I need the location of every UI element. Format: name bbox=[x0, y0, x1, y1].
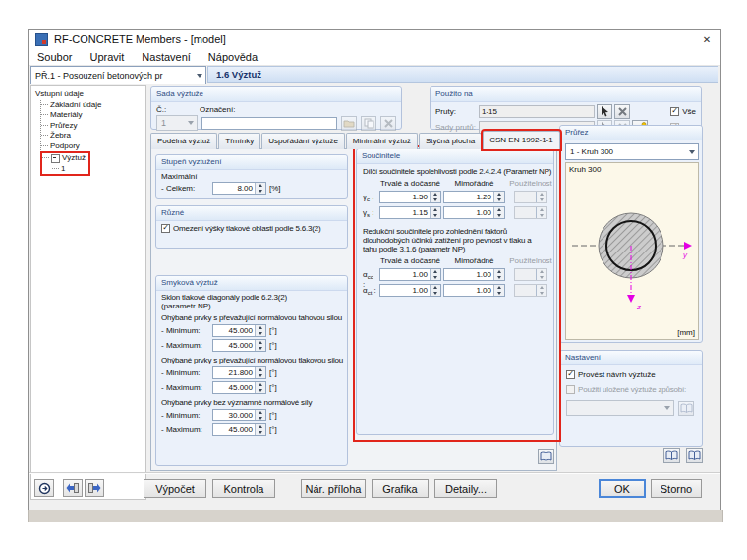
max-tension-input[interactable]: 45.000 bbox=[212, 339, 266, 352]
delete-set-button[interactable] bbox=[380, 116, 396, 131]
tree-root-vstupni-udaje[interactable]: Vstupní údaje bbox=[35, 89, 145, 100]
spin-down-icon[interactable] bbox=[494, 275, 504, 281]
cross-section-drawing: y z bbox=[566, 163, 696, 337]
all-members-label: Vše bbox=[682, 107, 696, 116]
spin-down-icon[interactable] bbox=[256, 388, 265, 394]
design-case-select[interactable]: PŘ.1 - Posouzení betonových pr bbox=[30, 66, 206, 84]
spin-down-icon[interactable] bbox=[256, 331, 265, 337]
group-title: Stupeň vyztužení bbox=[156, 155, 347, 170]
details-button[interactable]: Detaily... bbox=[434, 479, 497, 498]
tree-item-podpory[interactable]: Podpory bbox=[41, 141, 145, 152]
alpha-ct-accidental-input[interactable]: 1.00 bbox=[443, 284, 505, 297]
spinner[interactable] bbox=[255, 424, 265, 435]
spinner[interactable] bbox=[255, 410, 265, 420]
help-button[interactable] bbox=[34, 479, 54, 497]
spinner[interactable] bbox=[430, 269, 440, 280]
national-annex-settings-button[interactable] bbox=[538, 449, 554, 464]
close-icon[interactable] bbox=[693, 30, 720, 48]
national-annex-button[interactable] bbox=[686, 448, 703, 463]
spin-down-icon[interactable] bbox=[431, 275, 440, 281]
menu-nastaveni[interactable]: Nastavení bbox=[133, 48, 200, 65]
max-no-axial-input[interactable]: 45.000 bbox=[212, 423, 266, 436]
graphics-button[interactable]: Grafika bbox=[372, 479, 429, 498]
col-accidental: Mimořádné bbox=[443, 179, 505, 188]
spinner[interactable] bbox=[493, 285, 504, 296]
spinner[interactable] bbox=[493, 192, 504, 202]
spin-down-icon[interactable] bbox=[494, 213, 504, 219]
alpha-cc-accidental-input[interactable]: 1.00 bbox=[443, 268, 505, 281]
cancel-button[interactable]: Storno bbox=[651, 479, 702, 498]
spin-down-icon[interactable] bbox=[494, 291, 504, 297]
spinner[interactable] bbox=[255, 340, 265, 351]
spinner[interactable] bbox=[255, 325, 265, 336]
menu-napoveda[interactable]: Nápověda bbox=[200, 48, 266, 65]
clear-members-button[interactable] bbox=[614, 104, 630, 119]
tree-item-vyztuz[interactable]: Výztuž bbox=[42, 153, 86, 164]
all-members-toggle[interactable]: Vše bbox=[670, 107, 696, 116]
check-button[interactable]: Kontrola bbox=[212, 479, 275, 498]
tree-item-zakladni-udaje[interactable]: Základní údaje bbox=[41, 100, 145, 111]
design-reinforcement-toggle[interactable]: Provést návrh výztuže bbox=[566, 368, 696, 381]
spin-down-icon[interactable] bbox=[256, 430, 265, 436]
spinner[interactable] bbox=[255, 183, 265, 194]
tab-podelna-vyztuz[interactable]: Podélná výztuž bbox=[150, 133, 217, 149]
min-no-axial-input[interactable]: 30.000 bbox=[212, 409, 266, 421]
spinner[interactable] bbox=[430, 207, 440, 218]
alpha-ct-permanent-input[interactable]: 1.00 bbox=[379, 284, 441, 297]
group-smykova-vyztuz: Smyková výztuž Sklon tlakové diagonály p… bbox=[155, 275, 348, 466]
spin-down-icon[interactable] bbox=[494, 197, 504, 203]
spinner[interactable] bbox=[255, 367, 265, 378]
folder-icon bbox=[343, 118, 355, 128]
spinner[interactable] bbox=[430, 192, 440, 202]
spin-down-icon[interactable] bbox=[431, 197, 440, 203]
tab-csn-en-1992-1-1[interactable]: CSN EN 1992-1-1 bbox=[483, 131, 559, 149]
pick-members-button[interactable] bbox=[597, 104, 612, 119]
total-reinforcement-input[interactable]: 8.00 bbox=[212, 182, 266, 195]
tree-item-prurezy[interactable]: Průřezy bbox=[41, 121, 145, 132]
members-input[interactable]: 1-15 bbox=[479, 105, 595, 118]
spin-down-icon[interactable] bbox=[431, 291, 440, 297]
gamma-s-permanent-input[interactable]: 1.15 bbox=[379, 206, 441, 219]
tree-item-zebra[interactable]: Žebra bbox=[41, 131, 145, 141]
new-set-button[interactable] bbox=[341, 116, 357, 131]
ok-button[interactable]: OK bbox=[599, 479, 646, 498]
tab-stycna-plocha[interactable]: Styčná plocha bbox=[419, 133, 482, 149]
menu-upravit[interactable]: Upravit bbox=[81, 48, 133, 65]
tree-item-vyztuz-1[interactable]: 1 bbox=[52, 164, 86, 175]
min-compression-input[interactable]: 21.800 bbox=[212, 366, 266, 379]
next-window-button[interactable] bbox=[85, 479, 104, 497]
units-settings-button[interactable] bbox=[663, 448, 680, 463]
limit-compression-checkbox[interactable] bbox=[161, 224, 170, 233]
design-reinforcement-checkbox[interactable] bbox=[566, 370, 575, 379]
min-tension-input[interactable]: 45.000 bbox=[212, 324, 266, 337]
tab-usporadani-vyztuze[interactable]: Uspořádání výztuže bbox=[261, 133, 345, 149]
national-annex-footer-button[interactable]: Nár. příloha bbox=[301, 479, 366, 498]
spinner[interactable] bbox=[430, 285, 440, 296]
spin-down-icon[interactable] bbox=[431, 213, 440, 219]
cross-section-select[interactable]: 1 - Kruh 300 bbox=[565, 143, 699, 160]
menu-soubor[interactable]: Soubor bbox=[29, 48, 81, 65]
designation-input[interactable] bbox=[201, 117, 337, 130]
spin-down-icon[interactable] bbox=[256, 416, 265, 421]
spin-down-icon[interactable] bbox=[256, 189, 265, 195]
gamma-c-permanent-input[interactable]: 1.50 bbox=[379, 191, 441, 203]
gamma-s-accidental-input[interactable]: 1.00 bbox=[443, 206, 505, 219]
tab-minimalni-vyztuz[interactable]: Minimální výztuž bbox=[346, 133, 418, 149]
all-members-checkbox[interactable] bbox=[670, 107, 679, 116]
tree-item-materialy[interactable]: Materiály bbox=[41, 110, 145, 121]
collapse-icon[interactable] bbox=[51, 154, 60, 163]
tab-trminky[interactable]: Třmínky bbox=[218, 133, 260, 149]
spinner[interactable] bbox=[255, 382, 265, 393]
previous-window-button[interactable] bbox=[63, 479, 83, 497]
partial-factors-note: Dílčí součinitele spolehlivosti podle 2.… bbox=[363, 167, 547, 176]
calculate-button[interactable]: Výpočet bbox=[144, 479, 206, 498]
spin-down-icon[interactable] bbox=[256, 346, 265, 352]
spinner[interactable] bbox=[493, 207, 504, 218]
group-stupen-vyztuzeni: Stupeň vyztužení Maximální - Celkem: 8.0… bbox=[155, 154, 348, 199]
copy-set-button[interactable] bbox=[361, 116, 376, 131]
spinner[interactable] bbox=[493, 269, 504, 280]
alpha-cc-permanent-input[interactable]: 1.00 bbox=[379, 268, 441, 281]
max-compression-input[interactable]: 45.000 bbox=[212, 381, 266, 394]
gamma-c-accidental-input[interactable]: 1.20 bbox=[443, 191, 505, 203]
spin-down-icon[interactable] bbox=[256, 373, 265, 379]
